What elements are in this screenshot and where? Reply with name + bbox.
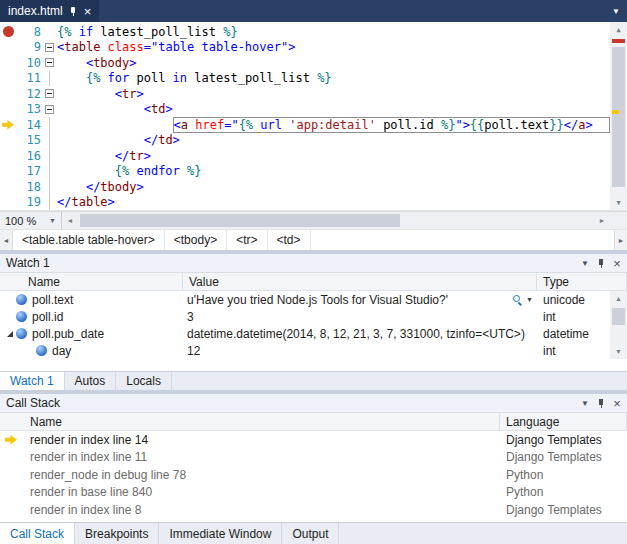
folding-margin[interactable] xyxy=(44,55,57,71)
callstack-row[interactable]: render_node in debug line 78Python xyxy=(0,466,627,484)
breakpoint-margin[interactable] xyxy=(0,164,18,180)
visualizer-dropdown-icon[interactable]: ▼ xyxy=(526,296,533,303)
horizontal-scrollbar-track[interactable] xyxy=(78,212,594,229)
callstack-row[interactable]: render in base line 840Python xyxy=(0,484,627,502)
scroll-left-icon[interactable]: ◄ xyxy=(62,212,78,229)
watch-row[interactable]: day12int xyxy=(0,342,610,359)
collapse-toggle-icon[interactable] xyxy=(45,43,54,52)
folding-margin[interactable] xyxy=(44,164,57,180)
folding-margin[interactable] xyxy=(44,117,57,133)
code-editor[interactable]: 8{% if latest_poll_list %}9<table class=… xyxy=(0,22,627,211)
folding-margin[interactable] xyxy=(44,133,57,149)
breakpoint-margin[interactable] xyxy=(0,133,18,149)
watch-name-cell[interactable]: poll.text xyxy=(0,291,183,308)
watch-row[interactable]: poll.id3int xyxy=(0,308,610,325)
scrollbar-thumb[interactable] xyxy=(612,308,625,325)
scroll-down-icon[interactable]: ▼ xyxy=(610,195,627,210)
code-line[interactable]: 9<table class="table table-hover"> xyxy=(0,40,610,56)
tab-autos[interactable]: Autos xyxy=(65,372,117,390)
folding-margin[interactable] xyxy=(44,148,57,164)
breakpoint-icon[interactable] xyxy=(3,26,14,37)
watch-value-cell[interactable]: 3 xyxy=(183,308,537,325)
pin-icon[interactable] xyxy=(593,258,609,269)
folding-margin[interactable] xyxy=(44,195,57,211)
folding-margin[interactable] xyxy=(44,179,57,195)
breadcrumb-scroll-right-icon[interactable]: ► xyxy=(614,230,627,250)
folding-margin[interactable] xyxy=(44,40,57,56)
watch-name-cell[interactable]: poll.pub_date xyxy=(0,325,183,342)
breakpoint-margin[interactable] xyxy=(0,55,18,71)
close-icon[interactable]: × xyxy=(609,256,625,271)
breadcrumb-scroll-left-icon[interactable]: ◄ xyxy=(0,230,13,250)
scrollbar-thumb[interactable] xyxy=(612,47,625,187)
tab-breakpoints[interactable]: Breakpoints xyxy=(75,523,159,544)
code-line[interactable]: 13 <td> xyxy=(0,102,610,118)
close-icon[interactable]: × xyxy=(609,396,625,411)
window-position-icon[interactable]: ▼ xyxy=(577,259,593,268)
tab-call-stack[interactable]: Call Stack xyxy=(0,523,75,544)
folding-margin[interactable] xyxy=(44,86,57,102)
breakpoint-margin[interactable] xyxy=(0,117,18,133)
code-line[interactable]: 10 <tbody> xyxy=(0,55,610,71)
collapse-toggle-icon[interactable] xyxy=(45,58,54,67)
folding-margin[interactable] xyxy=(44,71,57,87)
close-icon[interactable]: × xyxy=(84,5,92,18)
breakpoint-margin[interactable] xyxy=(0,40,18,56)
breadcrumb-item-2[interactable]: <tr> xyxy=(227,230,267,250)
breakpoint-margin[interactable] xyxy=(0,71,18,87)
code-line[interactable]: 12 <tr> xyxy=(0,86,610,102)
collapse-toggle-icon[interactable] xyxy=(45,105,54,114)
column-header-name[interactable]: Name xyxy=(0,413,500,430)
scroll-right-icon[interactable]: ► xyxy=(594,212,610,229)
column-header-type[interactable]: Type xyxy=(537,273,627,290)
scroll-up-icon[interactable]: ▲ xyxy=(610,291,627,306)
tab-output[interactable]: Output xyxy=(282,523,339,544)
pin-icon[interactable] xyxy=(69,6,78,17)
code-line[interactable]: 18 </tbody> xyxy=(0,179,610,195)
watch-value-cell[interactable]: u'Have you tried Node.js Tools for Visua… xyxy=(183,291,537,308)
scrollbar-track[interactable] xyxy=(610,37,627,195)
breakpoint-margin[interactable] xyxy=(0,148,18,164)
column-header-name[interactable]: Name xyxy=(0,273,183,290)
code-line[interactable]: 11 {% for poll in latest_poll_list %} xyxy=(0,71,610,87)
code-line[interactable]: 17 {% endfor %} xyxy=(0,164,610,180)
code-line[interactable]: 19</table> xyxy=(0,195,610,211)
tab-immediate-window[interactable]: Immediate Window xyxy=(159,523,282,544)
zoom-control[interactable]: 100 % ▼ xyxy=(0,212,62,229)
callstack-row[interactable]: render in index line 11Django Templates xyxy=(0,449,627,467)
code-line[interactable]: 14 <a href="{% url 'app:detail' poll.id … xyxy=(0,117,610,133)
scroll-up-icon[interactable]: ▲ xyxy=(610,22,627,37)
breakpoint-margin[interactable] xyxy=(0,195,18,211)
breadcrumb-item-1[interactable]: <tbody> xyxy=(165,230,227,250)
watch-value-cell[interactable]: 12 xyxy=(183,342,537,359)
tab-watch-1[interactable]: Watch 1 xyxy=(0,372,65,390)
editor-vertical-scrollbar[interactable]: ▲ ▼ xyxy=(610,22,627,210)
document-tab-index-html[interactable]: index.html × xyxy=(0,0,99,22)
folding-margin[interactable] xyxy=(44,24,57,40)
breadcrumb-item-3[interactable]: <td> xyxy=(268,230,311,250)
horizontal-scrollbar-thumb[interactable] xyxy=(80,214,400,227)
column-header-language[interactable]: Language xyxy=(500,413,627,430)
watch-vertical-scrollbar[interactable]: ▲ ▼ xyxy=(610,291,627,359)
scroll-down-icon[interactable]: ▼ xyxy=(610,344,627,359)
magnifier-icon[interactable] xyxy=(513,295,522,304)
watch-title-bar[interactable]: Watch 1 ▼ × xyxy=(0,254,627,273)
breakpoint-margin[interactable] xyxy=(0,24,18,40)
code-line[interactable]: 15 </td> xyxy=(0,133,610,149)
tab-list-chevron-icon[interactable]: ▼ xyxy=(605,0,627,22)
folding-margin[interactable] xyxy=(44,102,57,118)
watch-row[interactable]: poll.textu'Have you tried Node.js Tools … xyxy=(0,291,610,308)
breakpoint-margin[interactable] xyxy=(0,179,18,195)
watch-row[interactable]: poll.pub_datedatetime.datetime(2014, 8, … xyxy=(0,325,610,342)
callstack-title-bar[interactable]: Call Stack ▼ × xyxy=(0,394,627,413)
breakpoint-margin[interactable] xyxy=(0,102,18,118)
expander-icon[interactable] xyxy=(4,331,16,337)
watch-value-cell[interactable]: datetime.datetime(2014, 8, 12, 21, 3, 7,… xyxy=(183,325,537,342)
breadcrumb-item-0[interactable]: <table.table table-hover> xyxy=(13,230,165,250)
watch-name-cell[interactable]: poll.id xyxy=(0,308,183,325)
callstack-row[interactable]: render in index line 8Django Templates xyxy=(0,501,627,519)
callstack-row[interactable]: render in index line 14Django Templates xyxy=(0,431,627,449)
pin-icon[interactable] xyxy=(593,398,609,409)
tab-locals[interactable]: Locals xyxy=(116,372,172,390)
watch-name-cell[interactable]: day xyxy=(0,342,183,359)
